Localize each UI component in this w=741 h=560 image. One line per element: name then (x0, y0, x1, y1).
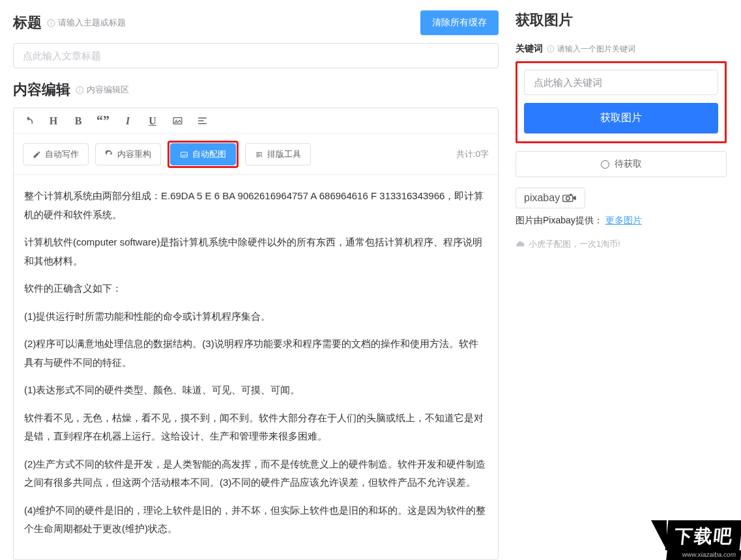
tip-row: 小虎子配图，一次1淘币! (516, 238, 727, 250)
clear-cache-button[interactable]: 清除所有缓存 (420, 10, 499, 35)
layout-icon (255, 150, 263, 159)
quote-icon[interactable]: “” (97, 113, 109, 128)
svg-rect-16 (570, 194, 572, 196)
svg-rect-12 (551, 48, 551, 51)
watermark: 下载吧 www.xiazaiba.com (667, 520, 741, 560)
svg-rect-4 (80, 89, 80, 92)
auto-image-highlight: 自动配图 (167, 141, 239, 168)
image-icon (180, 150, 188, 159)
format-toolbar: H B “” I U (14, 108, 498, 134)
paragraph: (1)提供运行时所需功能和性能的命令或计算机程序集合。 (24, 307, 487, 326)
layout-tool-button[interactable]: 排版工具 (245, 143, 311, 165)
editor-container: H B “” I U 自动写作 内容重构 (13, 107, 499, 560)
paragraph: (2)生产方式不同的软件是开发，是人类智能的高发挥，而不是传统意义上的硬件制造。… (24, 455, 487, 492)
svg-rect-2 (51, 21, 51, 21)
svg-point-15 (566, 197, 570, 201)
content-section-label: 内容编辑 (13, 80, 70, 100)
keyword-label: 关键词 (516, 43, 543, 55)
svg-rect-1 (51, 22, 51, 25)
image-icon[interactable] (171, 115, 183, 126)
content-section-hint: 内容编辑区 (76, 84, 129, 96)
svg-point-10 (261, 156, 262, 157)
circle-icon (601, 160, 609, 169)
paragraph: (4)维护不同的硬件是旧的，理论上软件是旧的，并不坏，但实际上软件也是旧的和坏的… (24, 501, 487, 539)
word-count: 共计:0字 (456, 148, 489, 160)
paragraph: 整个计算机系统由两部分组成：E.69DA 5 E 6 BA 9062616964… (24, 187, 487, 224)
auto-image-button[interactable]: 自动配图 (170, 143, 236, 165)
paragraph: (2)程序可以满意地处理信息的数据结构。(3)说明程序功能要求和程序需要的文档的… (24, 335, 487, 372)
align-icon[interactable] (196, 115, 208, 126)
cloud-icon (516, 240, 525, 249)
keyword-highlight-box: 获取图片 (516, 61, 727, 143)
pencil-icon (33, 150, 41, 159)
side-panel-title: 获取图片 (516, 10, 727, 30)
more-images-link[interactable]: 更多图片 (605, 215, 642, 225)
heading-icon[interactable]: H (48, 115, 59, 127)
keyword-hint: 请输入一个图片关键词 (547, 44, 635, 55)
pending-status: 待获取 (516, 151, 727, 177)
fetch-image-button[interactable]: 获取图片 (524, 103, 718, 133)
paragraph: 软件看不见，无色，枯燥，看不见，摸不到，闻不到。软件大部分存在于人们的头脑或纸上… (24, 409, 487, 446)
paragraph: 软件的正确含义如下： (24, 279, 487, 298)
content-section-header: 内容编辑 内容编辑区 (13, 80, 499, 100)
title-section-header: 标题 请输入主题或标题 清除所有缓存 (13, 10, 499, 35)
editor-content[interactable]: 整个计算机系统由两部分组成：E.69DA 5 E 6 BA 9062616964… (14, 175, 498, 559)
action-toolbar: 自动写作 内容重构 自动配图 排版工具 共计:0字 (14, 134, 498, 175)
keyword-input[interactable] (524, 70, 718, 95)
title-section-label: 标题 (13, 13, 42, 33)
info-icon (547, 45, 555, 53)
auto-write-button[interactable]: 自动写作 (23, 143, 89, 165)
camera-icon (562, 193, 577, 203)
underline-icon[interactable]: U (147, 115, 158, 127)
paragraph: 计算机软件(computer software)是指计算机系统中除硬件以外的所有… (24, 233, 487, 270)
italic-icon[interactable]: I (122, 115, 134, 127)
title-section-hint: 请输入主题或标题 (47, 17, 126, 29)
paragraph: (1)表达形式不同的硬件类型、颜色、味道、可见、可摸、可闻。 (24, 381, 487, 400)
image-credit: 图片由Pixabay提供： 更多图片 (516, 215, 727, 227)
pixabay-badge: pixabay (516, 188, 585, 208)
info-icon (76, 86, 84, 94)
restructure-button[interactable]: 内容重构 (95, 143, 161, 165)
keyword-label-row: 关键词 请输入一个图片关键词 (516, 43, 727, 55)
info-icon (47, 19, 55, 27)
svg-point-9 (261, 153, 262, 154)
refresh-icon (105, 150, 113, 159)
svg-rect-13 (551, 47, 551, 48)
undo-icon[interactable] (23, 115, 35, 126)
svg-rect-5 (80, 88, 80, 89)
article-title-input[interactable] (13, 43, 499, 68)
bold-icon[interactable]: B (72, 115, 84, 127)
